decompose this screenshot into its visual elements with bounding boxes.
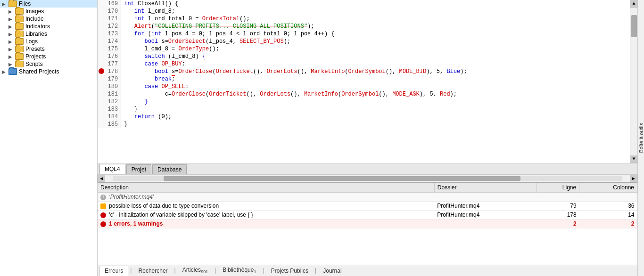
summary-error-icon xyxy=(100,221,106,227)
errors-table-header: Description Dossier Ligne Colonne xyxy=(98,183,637,193)
side-handle[interactable]: Boîte à outils xyxy=(637,0,644,276)
code-line-184: 184 return (0); xyxy=(98,113,630,121)
tab-journal[interactable]: Journal xyxy=(318,266,346,276)
line-code-173[interactable]: for (int l_pos_4 = 0; l_pos_4 < l_ord_to… xyxy=(121,30,630,38)
tree-item-logs[interactable]: ▶ Logs xyxy=(0,38,97,45)
code-line-185: 185 } xyxy=(98,121,630,128)
line-code-184[interactable]: return (0); xyxy=(121,113,630,121)
line-num-184: 184 xyxy=(98,113,121,121)
error-dossier-warn: ProfitHunter.mq4 xyxy=(434,202,537,211)
scroll-left-arrow[interactable]: ◀ xyxy=(98,175,105,182)
tab-sep-3: | xyxy=(213,268,218,274)
expand-icon-shared: ▶ xyxy=(2,69,8,74)
tab-bibliotheque[interactable]: Bibliothèque1 xyxy=(218,265,261,276)
folder-icon-images xyxy=(15,8,24,15)
code-line-170: 170 int l_cmd_8; xyxy=(98,8,630,15)
warning-icon xyxy=(100,203,106,209)
error-indicator-178 xyxy=(99,68,104,74)
folder-icon-indicators xyxy=(15,23,24,30)
line-num-175: 175 xyxy=(98,45,121,53)
error-desc-summary: 1 errors, 1 warnings xyxy=(98,219,434,228)
line-num-180: 180 xyxy=(98,83,121,90)
line-num-182: 182 xyxy=(98,98,121,106)
editor-tab-bar: MQL4 Projet Database xyxy=(98,163,637,174)
tree-item-indicators[interactable]: ▶ Indicators xyxy=(0,23,97,30)
tree-item-scripts[interactable]: ▶ Scripts xyxy=(0,60,97,68)
line-num-178: 178 xyxy=(98,68,121,75)
line-num-181: 181 xyxy=(98,90,121,98)
tab-sep-2: | xyxy=(173,268,178,274)
scroll-down-arrow[interactable]: ▼ xyxy=(630,155,638,163)
tree-item-libraries[interactable]: ▶ Libraries xyxy=(0,30,97,38)
code-line-173: 173 for (int l_pos_4 = 0; l_pos_4 < l_or… xyxy=(98,30,630,38)
line-num-185: 185 xyxy=(98,121,121,128)
col-ligne: Ligne xyxy=(537,183,579,193)
horizontal-scrollbar[interactable]: ◀ ▶ xyxy=(98,174,637,182)
line-code-180[interactable]: case OP_SELL: xyxy=(121,83,630,90)
folder-icon-projects xyxy=(15,53,24,60)
line-code-174[interactable]: bool s=OrderSelect(l_pos_4, SELECT_BY_PO… xyxy=(121,38,630,45)
tree-item-projects[interactable]: ▶ Projects xyxy=(0,53,97,60)
line-code-175[interactable]: l_cmd_8 = OrderType(); xyxy=(121,45,630,53)
tree-item-include[interactable]: ▶ Include xyxy=(0,15,97,23)
tree-label-libraries: Libraries xyxy=(25,31,47,37)
line-code-179[interactable]: break; xyxy=(121,75,630,83)
tab-database[interactable]: Database xyxy=(152,164,187,174)
tab-rechercher[interactable]: Rechercher xyxy=(134,266,173,276)
tree-label-images: Images xyxy=(25,8,44,15)
tab-projet[interactable]: Projet xyxy=(126,164,151,174)
error-icon xyxy=(100,212,106,218)
line-num-174: 174 xyxy=(98,38,121,45)
code-line-176: 176 switch (l_cmd_8) { xyxy=(98,53,630,60)
line-code-178[interactable]: bool s=OrderClose(OrderTicket(), OrderLo… xyxy=(121,68,630,75)
tab-erreurs[interactable]: Erreurs xyxy=(99,266,128,276)
line-num-177: 177 xyxy=(98,60,121,68)
expand-icon-logs: ▶ xyxy=(8,39,15,44)
tab-sep-5: | xyxy=(313,268,318,274)
tab-articles[interactable]: Articles901 xyxy=(178,265,213,276)
tree-item-presets[interactable]: ▶ Presets xyxy=(0,45,97,53)
line-code-183[interactable]: } xyxy=(121,106,630,113)
line-num-172: 172 xyxy=(98,23,121,30)
expand-icon-files: ▶ xyxy=(2,1,8,7)
error-desc-info: i 'ProfitHunter.mq4' xyxy=(98,193,434,202)
scroll-thumb[interactable] xyxy=(631,15,637,37)
line-code-171[interactable]: int l_ord_total_0 = OrdersTotal(); xyxy=(121,15,630,23)
line-code-182[interactable]: } xyxy=(121,98,630,106)
tab-projets-publics[interactable]: Projets Publics xyxy=(266,266,313,276)
line-code-176[interactable]: switch (l_cmd_8) { xyxy=(121,53,630,60)
code-line-171: 171 int l_ord_total_0 = OrdersTotal(); xyxy=(98,15,630,23)
error-desc-warn: possible loss of data due to type conver… xyxy=(98,202,434,211)
tree-label-scripts: Scripts xyxy=(25,61,43,67)
vertical-scrollbar[interactable]: ▲ ▼ xyxy=(630,0,637,163)
tab-mql4[interactable]: MQL4 xyxy=(99,164,125,174)
code-line-179: 179 break; xyxy=(98,75,630,83)
line-code-172[interactable]: Alert("COLLECTING PROFITS... CLOSING ALL… xyxy=(121,23,630,30)
hscroll-thumb[interactable] xyxy=(164,176,520,181)
expand-icon-scripts: ▶ xyxy=(8,62,15,67)
tree-item-images[interactable]: ▶ Images xyxy=(0,8,97,15)
tree-item-files[interactable]: ▶ Files xyxy=(0,0,97,8)
code-editor[interactable]: 169 int CloseAll() { 170 int l_cmd_8; 17… xyxy=(98,0,630,163)
scroll-track[interactable] xyxy=(630,8,637,155)
hscroll-track[interactable] xyxy=(113,176,622,181)
scroll-right-arrow[interactable]: ▶ xyxy=(630,175,637,182)
tree-label-logs: Logs xyxy=(25,38,38,45)
scroll-up-arrow[interactable]: ▲ xyxy=(630,0,638,8)
folder-icon-files xyxy=(8,0,17,7)
tree-label-projects: Projects xyxy=(25,53,46,60)
expand-icon-include: ▶ xyxy=(8,16,15,22)
code-line-183: 183 } xyxy=(98,106,630,113)
error-dossier-err: ProfitHunter.mq4 xyxy=(434,211,537,219)
line-code-181[interactable]: c=OrderClose(OrderTicket(), OrderLots(),… xyxy=(121,90,630,98)
col-description: Description xyxy=(98,183,434,193)
error-colonne-err: 14 xyxy=(579,211,637,219)
line-code-169[interactable]: int CloseAll() { xyxy=(121,0,630,8)
info-icon: i xyxy=(100,195,106,200)
tree-item-shared-projects[interactable]: ▶ Shared Projects xyxy=(0,68,97,75)
line-code-185[interactable]: } xyxy=(121,121,630,128)
folder-icon-include xyxy=(15,16,24,22)
line-code-177[interactable]: case OP_BUY: xyxy=(121,60,630,68)
error-colonne-info xyxy=(579,193,637,202)
line-code-170[interactable]: int l_cmd_8; xyxy=(121,8,630,15)
